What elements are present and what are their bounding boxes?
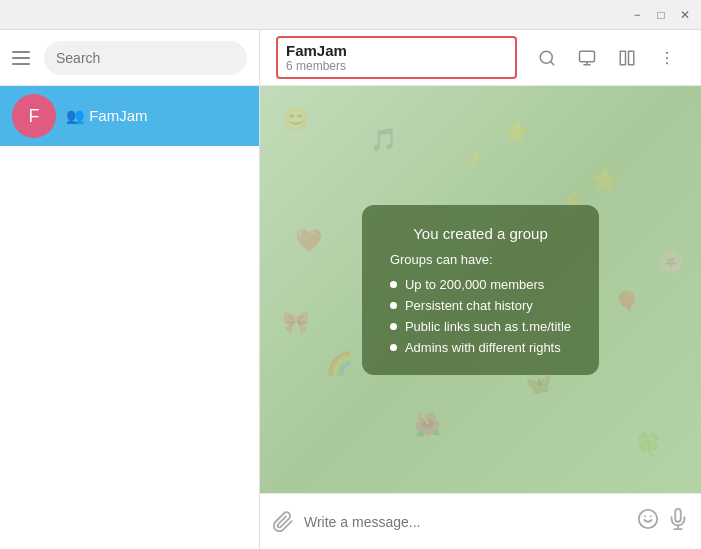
chat-header-members: 6 members xyxy=(286,59,507,73)
microphone-button[interactable] xyxy=(667,508,689,535)
svg-rect-4 xyxy=(629,51,634,65)
bullet-point xyxy=(390,323,397,330)
search-bar[interactable] xyxy=(44,41,247,75)
info-card-list: Up to 200,000 membersPersistent chat his… xyxy=(390,277,571,355)
info-card-list-item: Public links such as t.me/title xyxy=(390,319,571,334)
list-item-text: Public links such as t.me/title xyxy=(405,319,571,334)
video-icon-button[interactable] xyxy=(569,40,605,76)
hamburger-menu-button[interactable] xyxy=(12,48,32,68)
emoji-button[interactable] xyxy=(637,508,659,535)
list-item-text: Up to 200,000 members xyxy=(405,277,544,292)
svg-rect-2 xyxy=(580,51,595,62)
input-right-icons xyxy=(637,508,689,535)
close-button[interactable]: ✕ xyxy=(677,7,693,23)
more-options-button[interactable] xyxy=(649,40,685,76)
sidebar: F 👥 FamJam xyxy=(0,30,260,549)
search-icon-button[interactable] xyxy=(529,40,565,76)
info-card-list-item: Up to 200,000 members xyxy=(390,277,571,292)
chat-header: FamJam 6 members xyxy=(260,30,701,86)
message-input[interactable] xyxy=(304,514,627,530)
info-card-list-item: Persistent chat history xyxy=(390,298,571,313)
chat-info: 👥 FamJam xyxy=(66,107,247,125)
bullet-point xyxy=(390,281,397,288)
group-icon: 👥 xyxy=(66,107,89,124)
info-card: You created a group Groups can have: Up … xyxy=(362,205,599,375)
app-body: F 👥 FamJam FamJam 6 members xyxy=(0,30,701,549)
columns-icon-button[interactable] xyxy=(609,40,645,76)
bullet-point xyxy=(390,344,397,351)
header-actions xyxy=(529,40,685,76)
svg-rect-3 xyxy=(620,51,625,65)
list-item-text: Persistent chat history xyxy=(405,298,533,313)
attach-button[interactable] xyxy=(272,511,294,533)
chat-item-famjam[interactable]: F 👥 FamJam xyxy=(0,86,259,146)
chat-messages: You created a group Groups can have: Up … xyxy=(260,86,701,493)
svg-point-8 xyxy=(639,510,657,528)
chat-list: F 👥 FamJam xyxy=(0,86,259,549)
info-card-list-item: Admins with different rights xyxy=(390,340,571,355)
info-card-title: You created a group xyxy=(390,225,571,242)
svg-line-1 xyxy=(550,61,553,64)
maximize-button[interactable]: □ xyxy=(653,7,669,23)
sidebar-header xyxy=(0,30,259,86)
search-input[interactable] xyxy=(56,50,235,66)
svg-point-5 xyxy=(666,51,668,53)
chat-header-info[interactable]: FamJam 6 members xyxy=(276,36,517,79)
minimize-button[interactable]: − xyxy=(629,7,645,23)
chat-header-name: FamJam xyxy=(286,42,507,59)
chat-name: 👥 FamJam xyxy=(66,107,247,125)
svg-point-6 xyxy=(666,56,668,58)
list-item-text: Admins with different rights xyxy=(405,340,561,355)
chat-main: FamJam 6 members 😊🎵⭐🌟❤️🎈🌈🦋🌺✨ xyxy=(260,30,701,549)
bullet-point xyxy=(390,302,397,309)
title-bar: − □ ✕ xyxy=(0,0,701,30)
svg-point-7 xyxy=(666,62,668,64)
info-card-subtitle: Groups can have: xyxy=(390,252,571,267)
chat-input-area xyxy=(260,493,701,549)
avatar: F xyxy=(12,94,56,138)
